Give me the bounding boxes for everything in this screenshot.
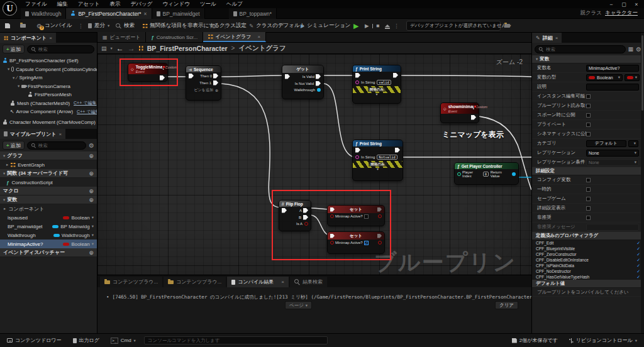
exec-in-pin[interactable] xyxy=(285,74,290,79)
tab-bp-toppawn[interactable]: BP_toppawn* xyxy=(229,8,277,19)
then0-pin[interactable] xyxy=(213,74,218,79)
content-drawer-button[interactable]: コンテンツドロワー xyxy=(4,334,65,347)
category-dropdown-button[interactable]: ▾ xyxy=(628,140,638,147)
cmd-dropdown[interactable]: >_Cmd▾ xyxy=(108,334,139,347)
close-icon[interactable]: × xyxy=(49,35,52,41)
details-scrollbar[interactable] xyxy=(641,33,644,333)
menu-debug[interactable]: デバッグ xyxy=(126,0,158,8)
exec-in-pin[interactable] xyxy=(355,148,360,153)
bp-readonly-checkbox[interactable] xyxy=(586,104,591,108)
components-search[interactable] xyxy=(27,45,94,53)
close-icon[interactable]: × xyxy=(59,131,62,137)
collapse-icon[interactable]: ▾ xyxy=(18,84,19,89)
item-constructionscript[interactable]: ƒConstructionScript xyxy=(0,178,97,187)
section-functions[interactable]: ▾関数 (34 オーバーライド可⊕ xyxy=(0,169,97,178)
menu-edit[interactable]: 編集 xyxy=(52,0,73,8)
node-get-player-controller[interactable]: ƒGet Player Controller Player Index0 Ret… xyxy=(454,162,519,185)
node-get[interactable]: ゲット Is Valid Is Not Valid Walkthrough xyxy=(282,65,324,99)
variable-walkthrough[interactable]: WalkthroughWalkthrough▾ xyxy=(0,231,97,240)
clear-button[interactable]: クリア xyxy=(495,301,518,309)
myblueprint-search-input[interactable] xyxy=(38,143,82,148)
return-value-pin[interactable] xyxy=(512,172,516,176)
simulation-button[interactable]: ▶ シミュレーション xyxy=(301,19,351,33)
edit-cpp-link[interactable]: C++ で編集 xyxy=(74,100,96,106)
tab-find-results[interactable]: 結果検索 xyxy=(290,277,327,287)
in-string-value[interactable]: Notvalid xyxy=(377,155,397,160)
tab-content-browser-2[interactable]: コンテンツブラウ... xyxy=(164,277,226,287)
category-combo[interactable]: デフォルト xyxy=(586,140,626,147)
blueprint-canvas[interactable]: ブループリント ズーム -2 ◇ ToggleMinimapC xyxy=(97,54,531,275)
tab-compile-results[interactable]: コンパイル結果× xyxy=(227,277,289,287)
menu-view[interactable]: 表示 xyxy=(105,0,126,8)
node-print-string-1[interactable]: ƒPrint String In Stringvalid 開発のみ ▾ xyxy=(352,65,401,104)
class-settings-button[interactable]: ⚙ クラス設定 xyxy=(211,19,247,33)
breadcrumb-leaf[interactable]: イベントグラフ xyxy=(238,44,286,53)
close-tab-icon[interactable]: × xyxy=(257,34,260,40)
player-index-value[interactable]: 0 xyxy=(483,172,489,177)
menu-asset[interactable]: アセット xyxy=(73,0,105,8)
tab-viewport[interactable]: ▦ビューポート xyxy=(97,32,146,42)
exec-in-pin[interactable] xyxy=(355,73,360,78)
exec-out-pin[interactable] xyxy=(395,148,400,153)
menu-file[interactable]: ファイル xyxy=(20,0,52,8)
tree-item-charmove[interactable]: Character Movement (CharMoveComp) xyxy=(3,118,97,127)
add-dispatcher-icon[interactable]: ⊕ xyxy=(89,250,94,256)
savegame-checkbox[interactable] xyxy=(586,197,591,201)
revision-control-button[interactable]: リビジョンコントロール▾ xyxy=(566,334,640,347)
tree-item-self[interactable]: BP_FirstPersonCharacter (Self) xyxy=(3,57,97,65)
unsaved-status-button[interactable]: 2個が未保存です xyxy=(509,334,561,347)
debug-object-dropdown[interactable]: デバッグオブジェクトが選択されていません ▾ xyxy=(406,21,501,31)
container-type-dropdown[interactable]: ▾ xyxy=(625,74,640,81)
tab-bp-firstpersoncharacter[interactable]: BP_FirstPersonCharacter* × xyxy=(66,8,152,19)
output-log-button[interactable]: 出力ログ xyxy=(70,334,103,347)
browse-button[interactable] xyxy=(20,19,26,33)
class-defaults-button[interactable]: ✎ クラスのデフォルト xyxy=(249,19,305,33)
close-tab-icon[interactable]: × xyxy=(281,279,284,285)
stop-button[interactable]: ■ xyxy=(376,19,379,33)
menu-help[interactable]: ヘルプ xyxy=(221,0,248,8)
in-string-value[interactable]: valid xyxy=(377,80,391,85)
components-search-input[interactable] xyxy=(38,47,91,52)
player-index-pin[interactable] xyxy=(457,172,461,176)
maximize-button[interactable]: ◻ xyxy=(618,1,630,8)
parent-class-link[interactable]: キャラクター xyxy=(605,9,638,17)
tab-myblueprint[interactable]: マイブループリント × xyxy=(0,129,65,139)
compile-options-button[interactable]: ⋮ xyxy=(78,19,84,33)
play-button[interactable]: ▶ xyxy=(353,19,358,33)
tab-construction-script[interactable]: ƒConstruction Scr... xyxy=(146,32,203,42)
tab-bp-mainwidget[interactable]: BP_mainwidget xyxy=(152,8,205,19)
find-button[interactable]: 検索 xyxy=(116,19,135,33)
menu-tools[interactable]: ツール xyxy=(195,0,221,8)
node-print-string-2[interactable]: ƒPrint String In StringNotvalid 開発のみ ▾ xyxy=(352,140,403,181)
nav-back-icon[interactable]: ← xyxy=(116,44,124,53)
node-showminimap[interactable]: ◇ showminimapCustom Event xyxy=(440,102,479,123)
tree-item-capsule[interactable]: ▾Capsule Component (CollisionCylinder) xyxy=(3,65,97,74)
myblueprint-search[interactable] xyxy=(27,141,86,150)
chevron-down-icon[interactable]: ▾ xyxy=(111,46,113,51)
walkthrough-object-pin[interactable] xyxy=(317,88,321,92)
in-string-pin[interactable] xyxy=(355,155,359,159)
tab-walkthrough[interactable]: Walkthrough xyxy=(21,8,66,19)
section-property-flags[interactable]: 定義済みのプロパティフラグ xyxy=(532,232,644,240)
debug-browse-button[interactable] xyxy=(504,19,510,33)
frame-skip-button[interactable]: ▶ xyxy=(365,19,373,33)
is-not-valid-pin[interactable] xyxy=(316,81,321,86)
expose-on-spawn-checkbox[interactable] xyxy=(586,113,591,118)
tree-item-camera[interactable]: ▾FirstPersonCamera xyxy=(3,82,97,91)
variable-bp-mainwidget[interactable]: BP_mainwidgetBP Mainwidg▾ xyxy=(0,222,97,231)
tab-content-browser-1[interactable]: コンテンツブラウ... xyxy=(100,277,162,287)
minimize-button[interactable]: − xyxy=(605,1,618,8)
play-options-button[interactable]: ⋮ xyxy=(394,19,399,33)
exec-in-pin[interactable] xyxy=(189,74,194,79)
tab-event-graph[interactable]: イベントグラフ× xyxy=(203,32,266,42)
then1-pin[interactable] xyxy=(213,80,218,85)
transient-checkbox[interactable] xyxy=(586,187,591,192)
add-variable-icon[interactable]: ⊕ xyxy=(89,197,94,203)
add-pin-icon[interactable]: ⊕ xyxy=(215,88,218,92)
compile-button[interactable]: ⚙ ? コンパイル xyxy=(36,19,72,33)
bookmark-icon[interactable]: ▤ xyxy=(101,45,107,52)
private-checkbox[interactable] xyxy=(586,123,591,127)
description-input[interactable] xyxy=(586,84,639,91)
filter-gear-icon[interactable]: ⚙ xyxy=(89,142,94,149)
variable-type-dropdown[interactable]: Boolean▾ xyxy=(586,74,623,81)
